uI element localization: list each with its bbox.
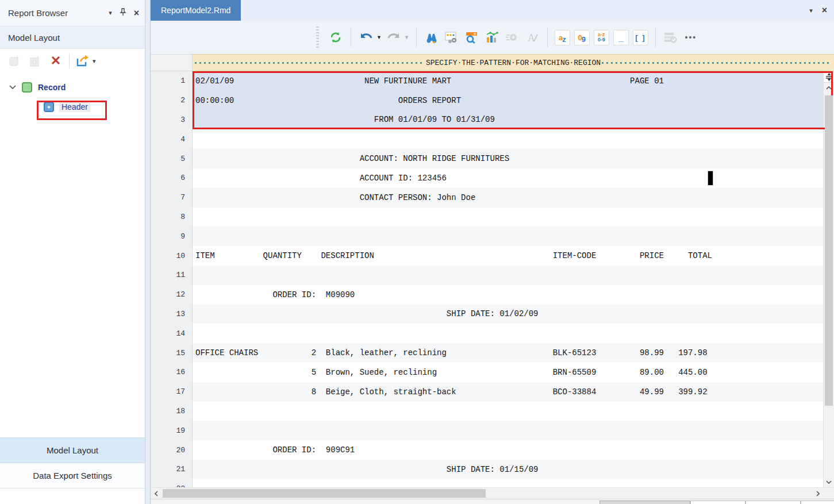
line-content[interactable]	[193, 324, 823, 343]
report-line[interactable]: 8	[151, 207, 823, 227]
splitter-handle-icon[interactable]	[824, 71, 834, 83]
line-content[interactable]: ITEM QUANTITY DESCRIPTION ITEM-CODE PRIC…	[193, 246, 823, 266]
report-line[interactable]: 14	[151, 324, 823, 343]
export-button[interactable]: ▾	[75, 54, 96, 68]
add-region-icon[interactable]	[7, 53, 22, 68]
report-line[interactable]: 16 5 Brown, Suede, reclining BRN-65509 8…	[151, 363, 823, 382]
report-line[interactable]: 12 ORDER ID: M09090	[151, 285, 823, 305]
line-number: 9	[151, 226, 193, 246]
tab-model-layout[interactable]: Model Layout	[0, 438, 145, 463]
report-line[interactable]: 20 ORDER ID: 909C91	[151, 440, 823, 460]
line-content[interactable]: 02/01/09 NEW FURTINURE MART PAGE 01	[193, 71, 823, 91]
vertical-scroll-thumb[interactable]	[825, 95, 833, 406]
line-content[interactable]: SHIP DATE: 01/15/09	[193, 460, 823, 479]
line-content[interactable]	[193, 207, 823, 227]
pattern-space-button[interactable]: _	[613, 30, 629, 45]
line-content[interactable]: 5 Brown, Suede, reclining BRN-65509 89.0…	[193, 363, 823, 382]
line-content[interactable]: FROM 01/01/09 TO 01/31/09	[193, 110, 823, 130]
pattern-input-bar[interactable]: SPECIFY·THE·PATTERN·FOR·MATCHING·REGION	[193, 54, 834, 71]
document-lines[interactable]: 1 02/01/09 NEW FURTINURE MART PAGE 01 2 …	[151, 71, 823, 487]
undo-caret-icon[interactable]: ▼	[376, 34, 382, 40]
line-content[interactable]: SHIP DATE: 01/02/09	[193, 305, 823, 324]
delete-node-button[interactable]: ✕	[48, 53, 63, 68]
line-content[interactable]: 8 Beige, Cloth, straight-back BCO-33884 …	[193, 382, 823, 402]
line-content[interactable]: 00:00:00 ORDERS REPORT	[193, 91, 823, 110]
report-line[interactable]: 11	[151, 266, 823, 285]
vertical-scroll-track[interactable]	[824, 93, 834, 477]
pin-icon[interactable]	[120, 8, 126, 18]
vertical-scrollbar[interactable]	[823, 71, 834, 487]
toolbar-overflow-button[interactable]: •••	[683, 29, 699, 45]
report-line[interactable]: 21 SHIP DATE: 01/15/09	[151, 460, 823, 479]
scroll-right-icon[interactable]	[812, 488, 823, 499]
report-line[interactable]: 10 ITEM QUANTITY DESCRIPTION ITEM-CODE P…	[151, 246, 823, 266]
horizontal-scrollbar[interactable]	[151, 487, 834, 499]
redo-icon	[387, 32, 401, 43]
line-content[interactable]	[193, 226, 823, 246]
toolbar-grip[interactable]	[316, 26, 319, 48]
pattern-digits-button[interactable]: 09	[574, 30, 590, 45]
status-segment	[745, 501, 801, 504]
line-number: 20	[151, 440, 193, 460]
pattern-label: SPECIFY·THE·PATTERN·FOR·MATCHING·REGION	[425, 59, 602, 67]
panel-menu-caret-icon[interactable]: ▾	[109, 9, 112, 17]
horizontal-scroll-thumb[interactable]	[163, 489, 486, 498]
line-number: 4	[151, 129, 193, 149]
line-content[interactable]: CONTACT PERSON: John Doe	[193, 188, 823, 207]
line-content[interactable]	[193, 479, 823, 487]
field-settings-button[interactable]	[444, 29, 460, 45]
redo-button[interactable]	[386, 29, 402, 45]
report-line[interactable]: 2 00:00:00 ORDERS REPORT	[151, 91, 823, 110]
report-line[interactable]: 7 CONTACT PERSON: John Doe	[151, 188, 823, 207]
scroll-up-icon[interactable]	[824, 83, 834, 93]
apply-pattern-icon[interactable]	[663, 29, 679, 45]
line-content[interactable]	[193, 421, 823, 440]
scroll-down-icon[interactable]	[824, 477, 834, 487]
report-line[interactable]: 5 ACCOUNT: NORTH RIDGE FURNITURES	[151, 149, 823, 168]
close-document-icon[interactable]: ×	[822, 5, 827, 16]
report-line[interactable]: 1 02/01/09 NEW FURTINURE MART PAGE 01	[151, 71, 823, 91]
line-content[interactable]: OFFICE CHAIRS 2 Black, leather, reclinin…	[193, 343, 823, 363]
report-line[interactable]: 13 SHIP DATE: 01/02/09	[151, 305, 823, 324]
close-icon[interactable]: ×	[134, 8, 139, 18]
report-line[interactable]: 22	[151, 479, 823, 487]
line-content[interactable]	[193, 402, 823, 421]
preview-search-button[interactable]	[464, 29, 480, 45]
window-list-caret-icon[interactable]: ▾	[809, 7, 813, 14]
pattern-brackets-button[interactable]: [ ]	[633, 30, 648, 45]
font-edit-icon[interactable]: A	[524, 29, 540, 45]
report-line[interactable]: 18	[151, 402, 823, 421]
tree-node-header[interactable]: ✦ Header	[0, 98, 145, 116]
line-content[interactable]: ORDER ID: 909C91	[193, 440, 823, 460]
pattern-letters-button[interactable]: az	[555, 30, 570, 45]
line-content[interactable]	[193, 266, 823, 285]
undo-icon	[359, 32, 373, 43]
report-line[interactable]: 3 FROM 01/01/09 TO 01/31/09	[151, 110, 823, 130]
report-line[interactable]: 4	[151, 129, 823, 149]
line-content[interactable]: ORDER ID: M09090	[193, 285, 823, 305]
report-browser-panel: Report Browser ▾ × Model Layout ✕	[0, 0, 145, 504]
line-content[interactable]: ACCOUNT: NORTH RIDGE FURNITURES	[193, 149, 823, 168]
scroll-left-icon[interactable]	[151, 488, 162, 499]
tab-data-export-settings[interactable]: Data Export Settings	[0, 463, 145, 488]
add-fields-icon[interactable]	[28, 53, 43, 68]
line-content[interactable]	[193, 129, 823, 149]
report-line[interactable]: 17 8 Beige, Cloth, straight-back BCO-338…	[151, 382, 823, 402]
refresh-button[interactable]	[328, 29, 344, 45]
auto-parse-icon[interactable]	[504, 29, 520, 45]
undo-button[interactable]	[358, 29, 374, 45]
report-line[interactable]: 15 OFFICE CHAIRS 2 Black, leather, recli…	[151, 343, 823, 363]
report-line[interactable]: 19	[151, 421, 823, 440]
chevron-down-icon	[9, 85, 16, 90]
tab-reportmodel2[interactable]: ReportModel2.Rmd	[151, 0, 241, 21]
tree-node-record[interactable]: Record	[0, 79, 145, 96]
find-button[interactable]	[424, 29, 440, 45]
export-caret-icon[interactable]: ▾	[93, 57, 96, 65]
horizontal-scroll-track[interactable]	[162, 488, 812, 499]
statistics-button[interactable]	[484, 29, 500, 45]
report-line[interactable]: 9	[151, 226, 823, 246]
report-line[interactable]: 6 ACCOUNT ID: 123456	[151, 168, 823, 188]
redo-caret-icon[interactable]: ▼	[404, 34, 409, 40]
pattern-alphanumeric-button[interactable]: a-z 0-9	[594, 30, 609, 45]
line-content[interactable]: ACCOUNT ID: 123456	[193, 168, 823, 188]
